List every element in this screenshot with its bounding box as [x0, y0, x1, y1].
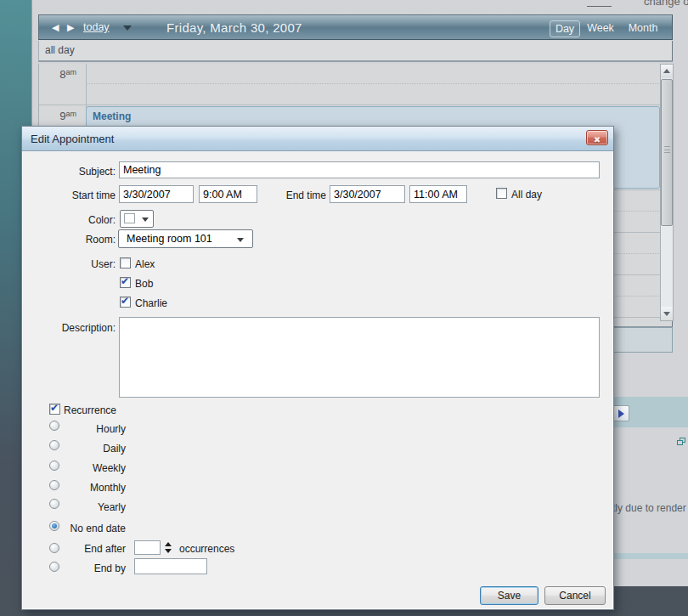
- edit-appointment-dialog: Edit Appointment ✖ Subject: Start time E…: [21, 126, 614, 610]
- restore-window-icon[interactable]: [677, 438, 685, 446]
- room-dropdown[interactable]: Meeting room 101: [118, 229, 253, 248]
- dialog-title: Edit Appointment: [31, 133, 114, 145]
- occurrences-stepper[interactable]: [163, 540, 173, 556]
- calendar-header: ◀ ▶ today Friday, March 30, 2007 Day Wee…: [38, 14, 673, 40]
- background-note-text: tly due to render: [612, 502, 686, 514]
- user-label-charlie: Charlie: [135, 297, 167, 309]
- play-icon: [618, 410, 624, 418]
- dropdown-arrow-icon: [237, 238, 244, 242]
- color-swatch: [124, 213, 135, 223]
- scrollbar-thumb[interactable]: [661, 79, 673, 226]
- hour-label-8am: 8am: [39, 66, 76, 82]
- stepper-up-icon[interactable]: [165, 542, 172, 546]
- scroll-down-icon: [663, 312, 670, 316]
- description-textarea[interactable]: [119, 317, 600, 398]
- view-button-month[interactable]: Month: [623, 20, 663, 37]
- recurrence-label: Recurrence: [64, 404, 116, 416]
- close-button[interactable]: ✖: [586, 130, 608, 145]
- color-dropdown[interactable]: [120, 210, 154, 228]
- radio-label-daily: Daily: [43, 443, 126, 455]
- top-cut-text: change o: [644, 0, 688, 8]
- user-checkbox-bob[interactable]: ✔: [120, 277, 131, 288]
- user-checkbox-charlie[interactable]: ✔: [120, 297, 131, 308]
- end-time-input[interactable]: [409, 185, 467, 203]
- color-label: Color:: [31, 214, 116, 226]
- hour-line: [39, 105, 661, 105]
- half-hour-line: [86, 83, 661, 84]
- start-time-label: Start time: [31, 189, 116, 201]
- screen: change o ◀ ▶ today Friday, March 30, 200…: [0, 0, 688, 616]
- end-by-input[interactable]: [134, 558, 207, 574]
- view-button-week[interactable]: Week: [585, 20, 616, 37]
- today-dropdown-icon[interactable]: [123, 25, 132, 31]
- end-time-label: End time: [243, 189, 326, 201]
- event-title: Meeting: [93, 110, 131, 122]
- check-icon: ✔: [121, 275, 129, 287]
- radio-label-weekly: Weekly: [43, 462, 126, 474]
- cancel-button[interactable]: Cancel: [544, 586, 606, 605]
- check-icon: ✔: [50, 402, 59, 414]
- all-day-checkbox[interactable]: ✔: [496, 188, 507, 199]
- top-cut-underline: [587, 6, 612, 7]
- user-checkbox-alex[interactable]: ✔: [120, 257, 131, 268]
- hour-suffix: am: [65, 68, 76, 76]
- user-label-alex: Alex: [135, 258, 155, 270]
- next-day-icon[interactable]: ▶: [67, 22, 74, 33]
- occurrences-label: occurrences: [179, 543, 234, 555]
- recurrence-checkbox[interactable]: ✔: [49, 404, 60, 415]
- user-label: User:: [31, 258, 116, 270]
- radio-label-hourly: Hourly: [43, 423, 126, 435]
- hour-suffix: am: [65, 110, 76, 118]
- radio-label-no-end-date: No end date: [43, 523, 126, 534]
- all-day-label: all day: [45, 44, 75, 56]
- radio-label-end-by: End by: [43, 562, 126, 574]
- all-day-row[interactable]: all day: [38, 41, 673, 62]
- expand-button[interactable]: [612, 405, 629, 421]
- scroll-down-button[interactable]: [661, 307, 673, 320]
- subject-input[interactable]: [119, 161, 600, 178]
- radio-label-monthly: Monthly: [43, 482, 126, 494]
- view-button-day[interactable]: Day: [550, 20, 580, 37]
- save-button[interactable]: Save: [480, 586, 539, 605]
- hour-label-9am: 9am: [39, 108, 76, 123]
- end-date-input[interactable]: [330, 185, 405, 203]
- scrollbar-grip: [664, 146, 670, 153]
- prev-day-icon[interactable]: ◀: [52, 22, 59, 33]
- description-label: Description:: [31, 322, 116, 334]
- check-icon: ✔: [121, 295, 129, 307]
- occurrences-input[interactable]: [134, 540, 161, 555]
- stepper-down-icon[interactable]: [165, 549, 172, 553]
- calendar-date-title: Friday, March 30, 2007: [166, 20, 302, 35]
- room-selected-value: Meeting room 101: [127, 233, 212, 245]
- calendar-scrollbar[interactable]: [660, 64, 674, 321]
- scroll-up-icon: [663, 69, 670, 73]
- dialog-titlebar[interactable]: Edit Appointment ✖: [22, 127, 613, 151]
- user-label-bob: Bob: [135, 278, 153, 290]
- start-date-input[interactable]: [119, 185, 194, 203]
- dropdown-arrow-icon: [142, 218, 149, 222]
- radio-label-end-after: End after: [43, 543, 126, 555]
- today-link[interactable]: today: [83, 21, 110, 33]
- scroll-up-button[interactable]: [661, 65, 673, 78]
- close-icon: ✖: [594, 135, 601, 144]
- all-day-checkbox-label: All day: [511, 189, 542, 201]
- radio-label-yearly: Yearly: [43, 501, 126, 513]
- subject-label: Subject:: [31, 166, 116, 178]
- room-label: Room:: [31, 234, 116, 246]
